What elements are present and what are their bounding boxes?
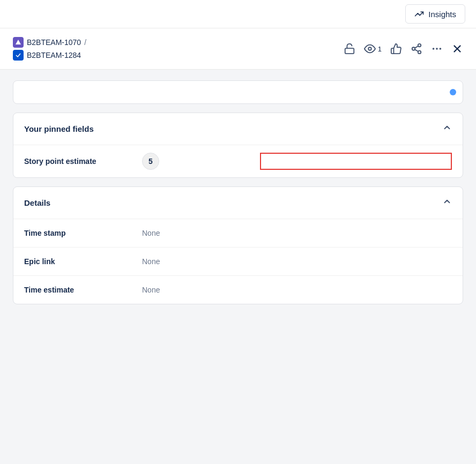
epic-link-label: Epic link [24, 257, 142, 266]
issue-type-icon-2 [13, 50, 24, 61]
time-estimate-value[interactable]: None [142, 286, 160, 294]
more-icon [431, 43, 443, 55]
svg-line-6 [415, 49, 418, 51]
issue-id-2: B2BTEAM-1284 [27, 51, 81, 59]
story-point-row: Story point estimate 5 [13, 145, 463, 177]
search-indicator [450, 89, 456, 95]
share-icon [411, 43, 422, 55]
header-row: B2BTEAM-1070 / B2BTEAM-1284 [0, 28, 476, 70]
pinned-fields-collapse-button[interactable] [442, 123, 452, 135]
lock-button[interactable] [344, 43, 355, 55]
story-point-label: Story point estimate [24, 157, 142, 166]
close-button[interactable] [451, 43, 463, 55]
insights-label: Insights [428, 10, 456, 19]
details-title: Details [24, 198, 50, 207]
header-actions: 1 [344, 43, 463, 55]
top-bar: Insights [0, 0, 476, 28]
watch-button[interactable]: 1 [364, 43, 382, 55]
breadcrumb-item-2[interactable]: B2BTEAM-1284 [13, 50, 337, 61]
pinned-fields-header: Your pinned fields [13, 113, 463, 145]
pinned-fields-section: Your pinned fields Story point estimate … [13, 113, 463, 178]
thumbs-up-icon [390, 43, 402, 55]
watch-count: 1 [378, 45, 382, 53]
epic-link-value[interactable]: None [142, 257, 160, 266]
svg-point-10 [440, 48, 442, 50]
details-section: Details Time stamp None Epic link None T… [13, 186, 463, 304]
details-collapse-button[interactable] [442, 197, 452, 209]
issue-id-1: B2BTEAM-1070 [27, 38, 81, 47]
share-button[interactable] [411, 43, 422, 55]
svg-rect-1 [345, 48, 354, 54]
svg-point-2 [368, 47, 371, 50]
svg-point-8 [433, 48, 435, 50]
issue-type-icon-1 [13, 37, 24, 48]
search-bar[interactable] [13, 80, 463, 104]
pinned-fields-title: Your pinned fields [24, 124, 94, 133]
insights-button[interactable]: Insights [405, 4, 465, 24]
svg-marker-0 [16, 40, 21, 44]
time-stamp-value[interactable]: None [142, 229, 160, 237]
close-icon [451, 43, 463, 55]
highlight-box [260, 153, 452, 170]
like-button[interactable] [390, 43, 402, 55]
details-header: Details [13, 187, 463, 219]
breadcrumb-separator: / [84, 38, 86, 47]
time-estimate-row: Time estimate None [13, 276, 463, 304]
more-button[interactable] [431, 43, 443, 55]
time-stamp-label: Time stamp [24, 229, 142, 237]
story-point-value-cell[interactable]: 5 [142, 153, 452, 170]
main-content: Your pinned fields Story point estimate … [0, 70, 476, 315]
lock-icon [344, 43, 355, 55]
breadcrumb-item-1[interactable]: B2BTEAM-1070 / [13, 37, 337, 48]
insights-icon [414, 9, 424, 19]
story-point-badge[interactable]: 5 [142, 153, 159, 170]
time-stamp-row: Time stamp None [13, 219, 463, 248]
time-estimate-label: Time estimate [24, 286, 142, 294]
svg-point-9 [436, 48, 438, 50]
svg-line-7 [415, 46, 418, 48]
eye-icon [364, 43, 376, 55]
epic-link-row: Epic link None [13, 248, 463, 276]
breadcrumb-section: B2BTEAM-1070 / B2BTEAM-1284 [13, 37, 337, 61]
